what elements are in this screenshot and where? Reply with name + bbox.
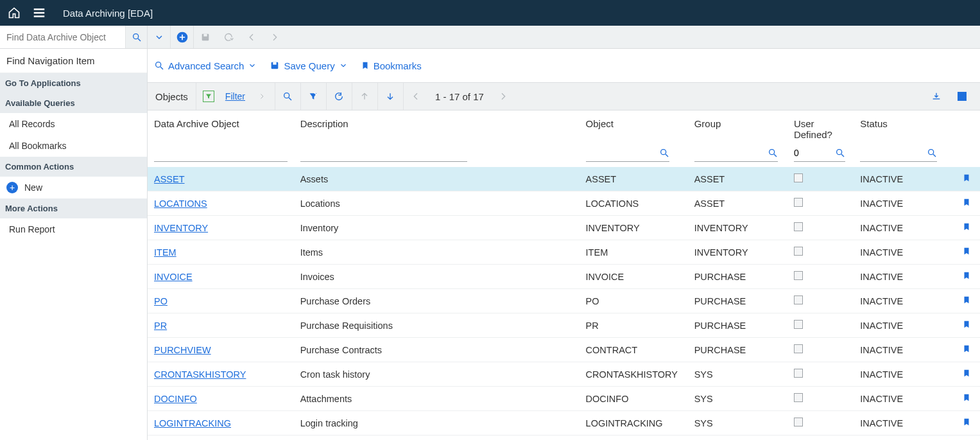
dao-link[interactable]: INVOICE bbox=[154, 272, 193, 282]
find-input[interactable] bbox=[0, 26, 125, 48]
col-header-dao[interactable]: Data Archive Object bbox=[148, 110, 294, 144]
dao-link[interactable]: PR bbox=[154, 321, 167, 331]
bookmark-icon[interactable] bbox=[962, 222, 971, 232]
bookmark-icon[interactable] bbox=[962, 344, 971, 354]
cell-ud[interactable] bbox=[787, 436, 854, 441]
bookmark-icon[interactable] bbox=[962, 173, 971, 183]
table-row[interactable]: LOGINTRACKINGLogin trackingLOGINTRACKING… bbox=[148, 411, 980, 436]
filter-dao[interactable] bbox=[154, 144, 288, 162]
query-all-records[interactable]: All Records bbox=[0, 113, 147, 135]
filter-status-input[interactable] bbox=[860, 148, 923, 158]
home-icon[interactable] bbox=[8, 6, 21, 19]
table-row[interactable]: ITEMItemsITEMINVENTORYINACTIVE bbox=[148, 240, 980, 265]
query-all-bookmarks[interactable]: All Bookmarks bbox=[0, 135, 147, 157]
section-goto-apps[interactable]: Go To Applications bbox=[0, 73, 147, 93]
down-button[interactable] bbox=[377, 83, 403, 110]
checkbox-icon[interactable] bbox=[794, 320, 803, 329]
table-wrap[interactable]: Data Archive Object Description Object G… bbox=[148, 110, 980, 440]
expand-button[interactable] bbox=[949, 83, 975, 110]
cell-ud[interactable] bbox=[787, 362, 854, 387]
save-query-link[interactable]: Save Query bbox=[270, 60, 347, 71]
checkbox-icon[interactable] bbox=[794, 247, 803, 256]
caret-down-button[interactable] bbox=[148, 26, 171, 48]
filter-ud[interactable] bbox=[794, 144, 845, 162]
find-navigation-item[interactable]: Find Navigation Item bbox=[0, 49, 147, 73]
cell-ud[interactable] bbox=[787, 289, 854, 313]
filter-grp-input[interactable] bbox=[694, 148, 764, 158]
bookmark-icon[interactable] bbox=[962, 417, 971, 427]
checkbox-icon[interactable] bbox=[794, 344, 803, 353]
cell-ud[interactable] bbox=[787, 387, 854, 411]
checkbox-icon[interactable] bbox=[794, 295, 803, 304]
dao-link[interactable]: ITEM bbox=[154, 247, 176, 258]
new-action[interactable]: + New bbox=[0, 177, 147, 198]
filter-dao-input[interactable] bbox=[154, 148, 288, 158]
dao-link[interactable]: PURCHVIEW bbox=[154, 345, 211, 355]
checkbox-icon[interactable] bbox=[794, 222, 803, 231]
cell-ud[interactable] bbox=[787, 338, 854, 362]
filter-desc-input[interactable] bbox=[300, 148, 467, 158]
table-row[interactable]: DOCINFOAttachmentsDOCINFOSYSINACTIVE bbox=[148, 387, 980, 411]
col-header-obj[interactable]: Object bbox=[580, 110, 688, 144]
filter-grp[interactable] bbox=[694, 144, 778, 162]
run-report-action[interactable]: Run Report bbox=[0, 218, 147, 240]
filter-toggle-button[interactable] bbox=[196, 83, 221, 110]
checkbox-icon[interactable] bbox=[794, 173, 803, 182]
bookmark-icon[interactable] bbox=[962, 368, 971, 378]
filter-desc[interactable] bbox=[300, 144, 467, 162]
bookmark-icon[interactable] bbox=[962, 197, 971, 207]
checkbox-icon[interactable] bbox=[794, 198, 803, 207]
section-available-queries[interactable]: Available Queries bbox=[0, 93, 147, 113]
cell-ud[interactable] bbox=[787, 216, 854, 240]
dao-link[interactable]: CRONTASKHISTORY bbox=[154, 369, 246, 380]
bookmark-icon[interactable] bbox=[962, 295, 971, 305]
filter-obj[interactable] bbox=[586, 144, 669, 162]
col-header-ud[interactable]: User Defined? bbox=[787, 110, 854, 144]
find-search-button[interactable] bbox=[125, 26, 147, 48]
filter-caret-right[interactable] bbox=[249, 83, 275, 110]
cell-ud[interactable] bbox=[787, 167, 854, 191]
section-more-actions[interactable]: More Actions bbox=[0, 198, 147, 218]
new-record-button[interactable] bbox=[171, 26, 194, 48]
advanced-search-link[interactable]: Advanced Search bbox=[154, 60, 257, 71]
bookmark-icon[interactable] bbox=[962, 246, 971, 256]
bookmarks-link[interactable]: Bookmarks bbox=[361, 60, 422, 71]
filter-ud-input[interactable] bbox=[794, 148, 831, 158]
table-row[interactable]: PURCHVIEWPurchase ContractsCONTRACTPURCH… bbox=[148, 338, 980, 362]
dao-link[interactable]: PO bbox=[154, 296, 168, 306]
dao-link[interactable]: ASSET bbox=[154, 174, 185, 184]
dao-link[interactable]: DOCINFO bbox=[154, 394, 197, 404]
bookmark-icon[interactable] bbox=[962, 392, 971, 403]
download-button[interactable] bbox=[924, 83, 949, 110]
checkbox-icon[interactable] bbox=[794, 393, 803, 402]
filter-obj-input[interactable] bbox=[586, 148, 655, 158]
cell-ud[interactable] bbox=[787, 191, 854, 216]
table-row[interactable]: ASSETAssetsASSETASSETINACTIVE bbox=[148, 167, 980, 191]
col-header-desc[interactable]: Description bbox=[294, 110, 580, 144]
cell-ud[interactable] bbox=[787, 240, 854, 265]
menu-icon[interactable] bbox=[32, 6, 46, 20]
search-button[interactable] bbox=[275, 83, 300, 110]
clear-filter-button[interactable] bbox=[300, 83, 326, 110]
dao-link[interactable]: INVENTORY bbox=[154, 223, 208, 233]
dao-link[interactable]: LOGINTRACKING bbox=[154, 418, 231, 428]
filter-status[interactable] bbox=[860, 144, 937, 162]
checkbox-icon[interactable] bbox=[794, 418, 803, 427]
table-row[interactable]: LOCATIONSLocationsLOCATIONSASSETINACTIVE bbox=[148, 191, 980, 216]
table-row[interactable]: REPORTReportsREPORTSYSINACTIVE bbox=[148, 436, 980, 441]
bookmark-icon[interactable] bbox=[962, 270, 971, 281]
dao-link[interactable]: LOCATIONS bbox=[154, 198, 207, 209]
table-row[interactable]: INVENTORYInventoryINVENTORYINVENTORYINAC… bbox=[148, 216, 980, 240]
filter-link[interactable]: Filter bbox=[221, 91, 249, 101]
cell-ud[interactable] bbox=[787, 265, 854, 289]
table-row[interactable]: PRPurchase RequisitionsPRPURCHASEINACTIV… bbox=[148, 313, 980, 338]
table-row[interactable]: CRONTASKHISTORYCron task historyCRONTASK… bbox=[148, 362, 980, 387]
refresh-button[interactable] bbox=[326, 83, 352, 110]
table-row[interactable]: POPurchase OrdersPOPURCHASEINACTIVE bbox=[148, 289, 980, 313]
cell-ud[interactable] bbox=[787, 313, 854, 338]
checkbox-icon[interactable] bbox=[794, 271, 803, 280]
table-row[interactable]: INVOICEInvoicesINVOICEPURCHASEINACTIVE bbox=[148, 265, 980, 289]
section-common-actions[interactable]: Common Actions bbox=[0, 157, 147, 177]
col-header-status[interactable]: Status bbox=[854, 110, 953, 144]
bookmark-icon[interactable] bbox=[962, 319, 971, 330]
